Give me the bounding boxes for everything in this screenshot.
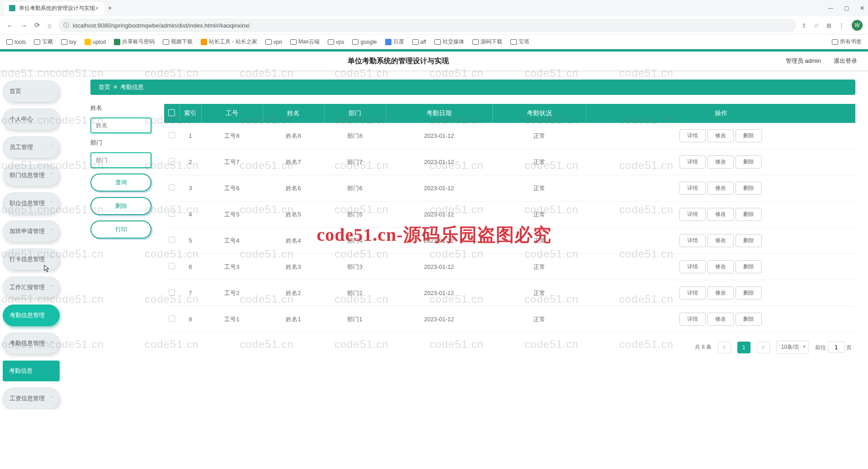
new-tab-button[interactable]: + [108,4,112,12]
edit-button[interactable]: 修改 [708,129,734,142]
filter-dept-input[interactable] [90,152,151,168]
bookmark-item[interactable]: 站长工具 - 站长之家 [201,38,257,46]
bookmark-label: aff [420,39,426,45]
sidebar-item[interactable]: 个人中心˅ [3,108,60,130]
bookmark-item[interactable]: 宝塔 [510,38,529,46]
row-delete-button[interactable]: 删除 [736,155,762,169]
bookmark-item[interactable]: 源码下载 [472,38,502,46]
row-checkbox[interactable] [169,184,175,191]
detail-button[interactable]: 详情 [679,313,706,326]
bookmark-item[interactable]: txy [61,39,76,45]
bookmark-item[interactable]: uplod [85,39,106,45]
account-avatar[interactable]: W [852,20,863,31]
bookmark-item[interactable]: Max云端 [290,38,320,46]
detail-button[interactable]: 详情 [679,208,706,221]
row-checkbox[interactable] [169,132,175,138]
checkbox-all[interactable] [168,109,175,116]
row-delete-button[interactable]: 删除 [736,234,762,247]
window-maximize-icon[interactable]: ▢ [844,5,849,11]
pager-page-button[interactable]: 1 [737,342,750,353]
bookmark-item[interactable]: vps [328,39,344,45]
row-checkbox[interactable] [169,158,175,164]
edit-button[interactable]: 修改 [708,208,734,221]
row-delete-button[interactable]: 删除 [736,260,762,273]
nav-home-icon[interactable]: ⌂ [47,22,52,29]
sidebar-item[interactable]: 工资信息管理˅ [3,388,60,409]
row-delete-button[interactable]: 删除 [736,313,762,326]
site-info-icon[interactable]: ⓘ [63,21,69,29]
row-checkbox[interactable] [169,211,175,217]
window-close-icon[interactable]: ✕ [860,5,864,11]
row-delete-button[interactable]: 删除 [736,182,762,195]
bookmark-item[interactable]: aff [412,39,426,45]
pager-goto-input[interactable] [828,342,845,353]
bookmark-item[interactable]: 社交媒体 [434,38,464,46]
sidebar-item[interactable]: 首页 [3,80,60,102]
filter-name-input[interactable] [90,117,151,133]
sidebar-item[interactable]: 打卡信息管理˅ [3,249,60,270]
detail-button[interactable]: 详情 [679,155,706,169]
bookmark-item[interactable]: 视频下载 [163,38,193,46]
print-button[interactable]: 打印 [90,220,151,239]
sidebar-item[interactable]: 职位信息管理˅ [3,192,60,214]
nav-back-icon[interactable]: ← [5,22,14,29]
breadcrumb-home[interactable]: 首页 [99,84,110,90]
detail-button[interactable]: 详情 [679,260,706,273]
edit-button[interactable]: 修改 [708,182,734,195]
detail-button[interactable]: 详情 [679,286,706,300]
table-cell: 姓名2 [263,280,324,306]
bookmark-icon [412,39,419,45]
sidebar-item[interactable]: 加班申请管理˅ [3,220,60,242]
url-box[interactable]: ⓘ localhost:8080/springbootmqwbe/admin/d… [58,19,796,32]
bookmark-item[interactable]: 百度 [385,38,404,46]
row-delete-button[interactable]: 删除 [736,129,762,142]
pager-next-button[interactable]: > [757,342,770,353]
logout-button[interactable]: 退出登录 [834,57,857,65]
bookmark-item[interactable]: 宝藏 [34,38,53,46]
nav-reload-icon[interactable]: ⟳ [33,21,41,29]
row-checkbox[interactable] [169,315,175,322]
sidebar-item[interactable]: 考勤信息管理˄ [3,333,60,354]
sidebar-item[interactable]: 部门信息管理˅ [3,164,60,186]
star-icon[interactable]: ☆ [814,22,819,29]
menu-icon[interactable]: ⋮ [839,22,844,29]
pager-prev-button[interactable]: < [718,342,731,353]
edit-button[interactable]: 修改 [708,260,734,273]
sidebar-item[interactable]: 考勤信息管理˅ [3,305,60,326]
extensions-icon[interactable]: ⊞ [826,22,831,29]
sidebar-item[interactable]: 工作汇报管理˅ [3,277,60,298]
row-checkbox[interactable] [169,263,175,269]
sidebar-item[interactable]: 员工管理˅ [3,136,60,158]
table-cell: 2023-01-12 [386,149,492,175]
detail-button[interactable]: 详情 [679,234,706,247]
edit-button[interactable]: 修改 [708,234,734,247]
share-icon[interactable]: ⇪ [802,22,807,29]
favicon-icon [9,5,15,11]
row-checkbox[interactable] [169,237,175,243]
bookmark-all[interactable]: 所有书签 [832,38,862,46]
detail-button[interactable]: 详情 [679,182,706,195]
current-user[interactable]: 管理员 admin [786,57,821,65]
browser-tab[interactable]: 单位考勤系统的管理设计与实现 × [4,2,104,15]
row-checkbox[interactable] [169,289,175,295]
nav-forward-icon[interactable]: → [19,22,28,29]
delete-button[interactable]: 删除 [90,197,151,215]
detail-button[interactable]: 详情 [679,129,706,142]
row-delete-button[interactable]: 删除 [736,208,762,221]
bookmark-item[interactable]: vpn [265,39,282,45]
row-delete-button[interactable]: 删除 [736,286,762,300]
window-minimize-icon[interactable]: — [828,5,833,11]
edit-button[interactable]: 修改 [708,313,734,326]
bookmark-item[interactable]: google [352,39,377,45]
edit-button[interactable]: 修改 [708,155,734,169]
sidebar-item-label: 首页 [9,88,21,94]
bookmark-item[interactable]: 共享账号密码 [114,38,155,46]
search-button[interactable]: 查询 [90,174,151,192]
table-cell: 姓名6 [263,175,324,202]
edit-button[interactable]: 修改 [708,286,734,300]
chevron-down-icon: ˅ [50,117,53,122]
sidebar-sub-item[interactable]: 考勤信息 [3,361,60,381]
bookmark-item[interactable]: tools [6,39,26,45]
tab-close-icon[interactable]: × [95,5,99,12]
pager-size-select[interactable]: 10条/页 [776,341,809,354]
